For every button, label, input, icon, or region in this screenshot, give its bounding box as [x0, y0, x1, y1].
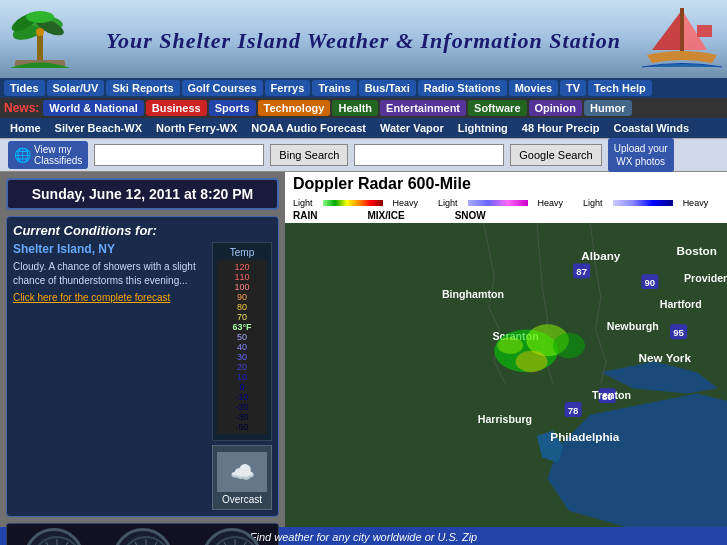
weather-condition-display: ☁️ Overcast — [212, 445, 272, 510]
nav-north-ferry[interactable]: North Ferry-WX — [150, 120, 243, 136]
svg-text:78: 78 — [568, 405, 579, 416]
svg-point-87 — [553, 333, 585, 359]
nav-opinion[interactable]: Opinion — [529, 100, 583, 116]
nav-home[interactable]: Home — [4, 120, 47, 136]
svg-rect-10 — [680, 8, 684, 52]
nav-radio-stations[interactable]: Radio Stations — [418, 80, 507, 96]
conditions-title: Current Conditions for: — [13, 223, 272, 238]
svg-text:Binghamton: Binghamton — [442, 288, 504, 300]
gauges-row: 83% Humidity — [6, 523, 279, 545]
nav-bus-taxi[interactable]: Bus/Taxi — [359, 80, 416, 96]
google-search-button[interactable]: Google Search — [510, 144, 601, 166]
nav-solar-uv[interactable]: Solar/UV — [47, 80, 105, 96]
radar-svg: 87 87 90 95 80 78 Albany Boston Providen… — [285, 223, 727, 527]
conditions-description: Cloudy. A chance of showers with a sligh… — [13, 260, 206, 288]
rain-bar — [323, 200, 383, 206]
forecast-link[interactable]: Click here for the complete forecast — [13, 292, 206, 303]
nav-health[interactable]: Health — [332, 100, 378, 116]
svg-text:Boston: Boston — [677, 244, 717, 257]
svg-text:Albany: Albany — [581, 249, 621, 262]
svg-marker-8 — [652, 10, 682, 50]
svg-point-5 — [26, 11, 54, 23]
radar-legend: Light Heavy Light Heavy Light Heavy — [285, 196, 727, 210]
header: Your Shelter Island Weather & Informatio… — [0, 0, 727, 78]
snow-light-label: Light — [583, 198, 603, 208]
google-search-input[interactable] — [354, 144, 504, 166]
nav-movies[interactable]: Movies — [509, 80, 558, 96]
upload-label: Upload your WX photos — [614, 143, 668, 167]
bottom-bar-text: Find weather for any city worldwide or U… — [250, 531, 477, 543]
news-label: News: — [4, 101, 39, 115]
nav-48hr-precip[interactable]: 48 Hour Precip — [516, 120, 606, 136]
nav-tides[interactable]: Tides — [4, 80, 45, 96]
rain-heavy-label: Heavy — [393, 198, 419, 208]
bing-search-button[interactable]: Bing Search — [270, 144, 348, 166]
globe-icon: 🌐 — [14, 147, 31, 163]
snow-heavy-label: Heavy — [683, 198, 709, 208]
nav-humor[interactable]: Humor — [584, 100, 631, 116]
humidity-gauge-circle: 83% — [24, 528, 84, 545]
nav-world-national[interactable]: World & National — [43, 100, 143, 116]
mix-label: MIX/ICE — [367, 210, 404, 221]
site-title: Your Shelter Island Weather & Informatio… — [0, 28, 727, 54]
barometer-gauge-circle: 29.88 Inches — [113, 528, 173, 545]
radar-map: 87 87 90 95 80 78 Albany Boston Providen… — [285, 223, 727, 527]
nav-trains[interactable]: Trains — [312, 80, 356, 96]
news-nav: News: World & National Business Sports T… — [0, 98, 727, 118]
nav-coastal-winds[interactable]: Coastal Winds — [607, 120, 695, 136]
left-panel: Sunday, June 12, 2011 at 8:20 PM Current… — [0, 172, 285, 527]
svg-text:Philadelphia: Philadelphia — [550, 430, 620, 443]
temp-label: Temp — [217, 247, 267, 258]
svg-text:90: 90 — [645, 277, 656, 288]
nav-sports[interactable]: Sports — [209, 100, 256, 116]
bing-search-input[interactable] — [94, 144, 264, 166]
svg-text:New York: New York — [639, 351, 692, 364]
condition-label: Overcast — [217, 494, 267, 505]
classifieds-button[interactable]: 🌐 View myClassifieds — [8, 141, 88, 169]
palm-tree-icon — [10, 2, 70, 72]
nav-business[interactable]: Business — [146, 100, 207, 116]
svg-point-88 — [497, 337, 523, 354]
temp-value: 63°F — [219, 322, 265, 332]
rain-light-label: Light — [293, 198, 313, 208]
radar-panel: Doppler Radar 600-Mile Light Heavy Light… — [285, 172, 727, 527]
nav-water-vapor[interactable]: Water Vapor — [374, 120, 450, 136]
date-display: Sunday, June 12, 2011 at 8:20 PM — [6, 178, 279, 210]
classifieds-label: View myClassifieds — [34, 144, 82, 166]
nav-ferrys[interactable]: Ferrys — [265, 80, 311, 96]
nav-entertainment[interactable]: Entertainment — [380, 100, 466, 116]
upload-photos-button[interactable]: Upload your WX photos — [608, 138, 674, 172]
svg-point-86 — [516, 351, 548, 372]
conditions-box: Current Conditions for: Shelter Island, … — [6, 216, 279, 517]
svg-point-6 — [36, 28, 44, 36]
svg-text:Hartford: Hartford — [660, 298, 702, 310]
humidity-gauge: 83% Humidity — [11, 528, 96, 545]
primary-nav: Tides Solar/UV Ski Reports Golf Courses … — [0, 78, 727, 98]
svg-marker-12 — [697, 25, 712, 37]
snow-label: SNOW — [455, 210, 486, 221]
sailboat-icon — [642, 5, 722, 70]
nav-ski-reports[interactable]: Ski Reports — [106, 80, 179, 96]
svg-text:Newburgh: Newburgh — [607, 320, 659, 332]
svg-text:95: 95 — [673, 327, 684, 338]
conditions-location: Shelter Island, NY — [13, 242, 206, 256]
nav-software[interactable]: Software — [468, 100, 526, 116]
weather-icon: ☁️ — [217, 452, 267, 492]
nav-noaa[interactable]: NOAA Audio Forecast — [245, 120, 372, 136]
rain-label: RAIN — [293, 210, 317, 221]
main-content: Sunday, June 12, 2011 at 8:20 PM Current… — [0, 172, 727, 527]
nav-tech-help[interactable]: Tech Help — [588, 80, 652, 96]
nav-tv[interactable]: TV — [560, 80, 586, 96]
svg-text:87: 87 — [576, 266, 587, 277]
nav-lightning[interactable]: Lightning — [452, 120, 514, 136]
barometer-gauge: 29.88 Inches Barometer — [100, 528, 185, 545]
nav-golf-courses[interactable]: Golf Courses — [182, 80, 263, 96]
search-bar: 🌐 View myClassifieds Bing Search Google … — [0, 138, 727, 172]
svg-text:Trenton: Trenton — [592, 389, 631, 401]
mix-heavy-label: Heavy — [538, 198, 564, 208]
svg-text:Harrisburg: Harrisburg — [478, 413, 532, 425]
nav-technology[interactable]: Technology — [258, 100, 331, 116]
mix-bar — [468, 200, 528, 206]
nav-silver-beach[interactable]: Silver Beach-WX — [49, 120, 148, 136]
radar-title: Doppler Radar 600-Mile — [285, 172, 727, 196]
